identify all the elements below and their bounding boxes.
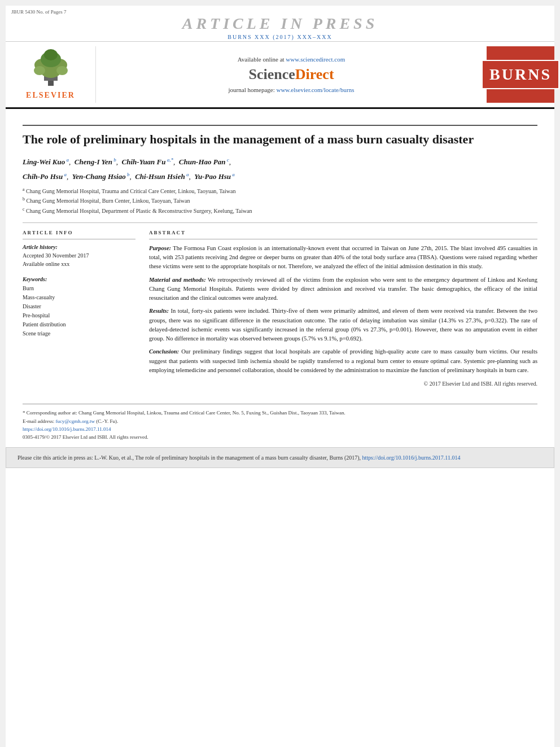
email-label: E-mail address: bbox=[23, 418, 54, 424]
article-info-col: ARTICLE INFO Article history: Accepted 3… bbox=[23, 230, 135, 387]
journal-homepage: journal homepage: www.elsevier.com/locat… bbox=[229, 86, 355, 93]
main-content: The role of preliminary hospitals in the… bbox=[6, 109, 554, 392]
article-in-press-banner: JBUR 5430 No. of Pages 7 ARTICLE IN PRES… bbox=[6, 6, 554, 42]
center-header: Available online at www.sciencedirect.co… bbox=[96, 46, 487, 103]
keyword-pre-hospital: Pre-hospital bbox=[23, 311, 135, 320]
author-1: Ling-Wei Kuo bbox=[23, 158, 65, 166]
keyword-mass-casualty: Mass-casualty bbox=[23, 293, 135, 302]
article-history-label: Article history: bbox=[23, 244, 135, 250]
two-col-section: ARTICLE INFO Article history: Accepted 3… bbox=[23, 230, 537, 387]
affiliation-a: a Chang Gung Memorial Hospital, Trauma a… bbox=[23, 186, 537, 196]
affiliation-c: c Chang Gung Memorial Hospital, Departme… bbox=[23, 206, 537, 216]
email-link[interactable]: fucy@cgmh.org.tw bbox=[55, 418, 95, 424]
journal-homepage-link[interactable]: www.elsevier.com/locate/burns bbox=[276, 86, 354, 93]
methods-label: Material and methods: bbox=[149, 277, 206, 283]
jbur-label: JBUR 5430 No. of Pages 7 bbox=[6, 9, 554, 15]
keywords-label: Keywords: bbox=[23, 276, 135, 282]
header-section: ELSEVIER Available online at www.science… bbox=[6, 42, 554, 109]
citation-text: Please cite this article in press as: L.… bbox=[18, 455, 361, 461]
article-title: The role of preliminary hospitals in the… bbox=[23, 132, 537, 148]
burns-logo: BURNS bbox=[482, 60, 559, 89]
abstract-methods: Material and methods: We retrospectively… bbox=[149, 276, 537, 303]
email-suffix: (C.-Y. Fu). bbox=[96, 418, 118, 424]
abstract-divider bbox=[149, 239, 537, 239]
affiliation-b: b Chang Gung Memorial Hospital, Burn Cen… bbox=[23, 196, 537, 206]
page: JBUR 5430 No. of Pages 7 ARTICLE IN PRES… bbox=[6, 6, 554, 747]
conclusion-label: Conclusion: bbox=[149, 348, 179, 355]
citation-doi-link[interactable]: https://doi.org/10.1016/j.burns.2017.11.… bbox=[362, 455, 461, 461]
author-2: Cheng-I Yen bbox=[75, 158, 112, 166]
svg-point-8 bbox=[56, 66, 68, 75]
journal-line: BURNS XXX (2017) XXX–XXX bbox=[6, 34, 554, 40]
elsevier-label: ELSEVIER bbox=[26, 91, 75, 100]
author-8: Yu-Pao Hsu bbox=[194, 172, 231, 181]
article-in-press-heading: ARTICLE IN PRESS bbox=[6, 15, 554, 33]
corresponding-author: * Corresponding author at: Chang Gung Me… bbox=[23, 409, 537, 417]
doi-line: https://doi.org/10.1016/j.burns.2017.11.… bbox=[23, 425, 537, 433]
keyword-scene-triage: Scene triage bbox=[23, 329, 135, 338]
svg-rect-0 bbox=[48, 80, 54, 86]
burns-logo-area: BURNS bbox=[487, 46, 554, 103]
purpose-label: Purpose: bbox=[149, 245, 171, 251]
abstract-label: ABSTRACT bbox=[149, 230, 537, 235]
issn-line: 0305-4179/© 2017 Elsevier Ltd and ISBI. … bbox=[23, 433, 537, 441]
elsevier-tree-icon bbox=[28, 49, 73, 89]
methods-text: We retrospectively reviewed all of the v… bbox=[149, 277, 537, 302]
results-text: In total, forty-six patients were includ… bbox=[149, 308, 537, 342]
top-divider bbox=[23, 125, 537, 126]
svg-point-6 bbox=[44, 49, 58, 60]
keyword-burn: Burn bbox=[23, 284, 135, 293]
sciencedirect-logo: ScienceDirect bbox=[248, 66, 334, 83]
keyword-patient-distribution: Patient distribution bbox=[23, 320, 135, 329]
available-online: Available online xxx bbox=[23, 260, 135, 268]
abstract-results: Results: In total, forty-six patients we… bbox=[149, 307, 537, 343]
purpose-text: The Formosa Fun Coast explosion is an in… bbox=[149, 245, 537, 270]
article-info-divider bbox=[23, 239, 135, 239]
doi-link[interactable]: https://doi.org/10.1016/j.burns.2017.11.… bbox=[23, 426, 111, 432]
section-divider bbox=[23, 222, 537, 223]
author-4: Chun-Hao Pan bbox=[179, 158, 226, 166]
corresponding-label: * Corresponding author at: bbox=[23, 410, 77, 416]
authors-line: Ling-Wei Kuo a, Cheng-I Yen b, Chih-Yuan… bbox=[23, 156, 537, 168]
abstract-purpose: Purpose: The Formosa Fun Coast explosion… bbox=[149, 244, 537, 272]
sciencedirect-link[interactable]: www.sciencedirect.com bbox=[286, 56, 345, 63]
authors-line-2: Chih-Po Hsu a, Yen-Chang Hsiao b, Chi-Hs… bbox=[23, 171, 537, 183]
author-5: Chih-Po Hsu bbox=[23, 172, 63, 181]
abstract-col: ABSTRACT Purpose: The Formosa Fun Coast … bbox=[149, 230, 537, 387]
affiliations: a Chang Gung Memorial Hospital, Trauma a… bbox=[23, 186, 537, 216]
copyright-line: © 2017 Elsevier Ltd and ISBI. All rights… bbox=[149, 381, 537, 387]
accepted-date: Accepted 30 November 2017 bbox=[23, 251, 135, 260]
footer-note: * Corresponding author at: Chang Gung Me… bbox=[6, 409, 554, 447]
abstract-conclusion: Conclusion: Our preliminary findings sug… bbox=[149, 347, 537, 375]
elsevier-logo-area: ELSEVIER bbox=[6, 46, 96, 103]
email-line: E-mail address: fucy@cgmh.org.tw (C.-Y. … bbox=[23, 417, 537, 425]
footer-divider bbox=[23, 404, 537, 404]
citation-box: Please cite this article in press as: L.… bbox=[6, 447, 554, 468]
author-6: Yen-Chang Hsiao bbox=[72, 172, 126, 181]
article-info-label: ARTICLE INFO bbox=[23, 230, 135, 235]
results-label: Results: bbox=[149, 308, 169, 314]
conclusion-text: Our preliminary findings suggest that lo… bbox=[149, 348, 537, 373]
svg-point-7 bbox=[34, 66, 45, 75]
available-online-text: Available online at www.sciencedirect.co… bbox=[238, 56, 345, 63]
author-7: Chi-Hsun Hsieh bbox=[135, 172, 185, 181]
keyword-disaster: Disaster bbox=[23, 302, 135, 311]
corresponding-text: Chang Gung Memorial Hospital, Linkou, Tr… bbox=[78, 410, 345, 416]
author-3: Chih-Yuan Fu bbox=[122, 158, 166, 166]
